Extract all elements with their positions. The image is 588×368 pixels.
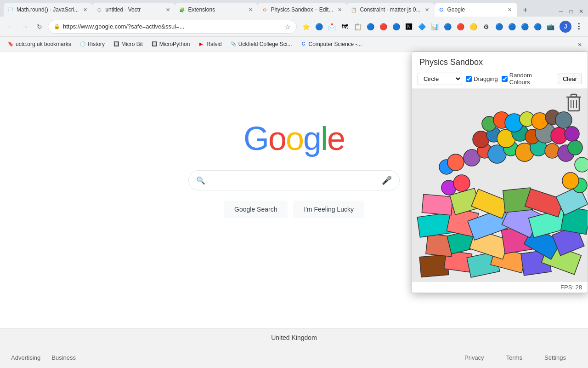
random-colours-checkbox[interactable] <box>502 76 508 82</box>
toolbar-icon-12[interactable]: 🔵 <box>442 21 453 32</box>
tab-favicon-3: 🧩 <box>179 6 185 13</box>
address-bar: ← → ↻ 🔒 https://www.google.com/?safe=act… <box>0 17 588 37</box>
forward-button[interactable]: → <box>18 20 31 33</box>
bookmarks-bar: 🔖 uctc.org.uk bookmarks 🕐 History 🔲 Micr… <box>0 37 588 52</box>
toolbar-icon-1[interactable]: ⭐ <box>300 21 311 32</box>
search-bar[interactable]: 🔍 🎤 <box>188 170 400 190</box>
im-feeling-lucky-button[interactable]: I'm Feeling Lucky <box>293 201 364 218</box>
bookmark-microbit[interactable]: 🔲 Micro Bit <box>109 40 147 48</box>
toolbar-icon-17[interactable]: 🔵 <box>506 21 517 32</box>
toolbar-icon-7[interactable]: 🔴 <box>378 21 389 32</box>
tab-close-6[interactable]: ✕ <box>506 6 514 13</box>
tab-title-4: Physics Sandbox – Edit... <box>271 6 333 13</box>
footer-settings[interactable]: Settings <box>544 354 566 361</box>
tab-math-round[interactable]: 📄 Math.round() - JavaScri... ✕ <box>4 3 92 17</box>
main-content: About Store ⊞ J G o o g l e 🔍 <box>0 52 588 368</box>
url-bar[interactable]: 🔒 https://www.google.com/?safe=active&ss… <box>48 20 297 34</box>
bookmark-favicon-uckfield: 📎 <box>230 41 237 47</box>
cast-icon[interactable]: 📺 <box>545 21 556 32</box>
dragging-checkbox-group[interactable]: Dragging <box>466 75 498 82</box>
tab-title-1: Math.round() - JavaScri... <box>17 6 79 13</box>
search-input[interactable] <box>210 171 377 190</box>
trash-icon[interactable] <box>565 92 582 115</box>
toolbar-icon-9[interactable]: 🅽 <box>403 21 414 32</box>
menu-button[interactable]: ⋮ <box>573 21 584 32</box>
tab-extensions[interactable]: 🧩 Extensions ✕ <box>175 3 258 17</box>
physics-shapes-svg <box>412 89 588 282</box>
bookmark-cs[interactable]: G Computer Science -... <box>297 40 366 48</box>
tab-close-5[interactable]: ✕ <box>424 6 431 13</box>
maximize-button[interactable]: □ <box>568 8 574 15</box>
footer-business[interactable]: Business <box>51 354 76 361</box>
bookmark-favicon-ralvid: ▶ <box>198 41 204 47</box>
toolbar-icon-10[interactable]: 🔷 <box>416 21 427 32</box>
title-bar: 📄 Math.round() - JavaScri... ✕ ⬡ untitle… <box>0 0 588 17</box>
footer-links: Advertising Business Privacy Terms Setti… <box>0 347 588 368</box>
bookmark-ralvid[interactable]: ▶ Ralvid <box>194 40 225 48</box>
tab-close-2[interactable]: ✕ <box>164 6 171 13</box>
new-tab-button[interactable]: + <box>519 4 532 17</box>
refresh-button[interactable]: ↻ <box>33 20 46 33</box>
logo-e: e <box>327 120 345 157</box>
toolbar-icon-19[interactable]: 🔵 <box>532 21 543 32</box>
tab-close-4[interactable]: ✕ <box>336 6 343 13</box>
footer-advertising[interactable]: Advertising <box>11 354 40 361</box>
toolbar-icon-14[interactable]: 🟡 <box>468 21 479 32</box>
toolbar-icon-6[interactable]: 🔵 <box>365 21 376 32</box>
bookmarks-overflow-button[interactable]: » <box>575 40 584 49</box>
toolbar-icon-16[interactable]: 🔵 <box>493 21 504 32</box>
back-button[interactable]: ← <box>4 20 17 33</box>
tab-close-3[interactable]: ✕ <box>247 6 254 13</box>
microphone-icon[interactable]: 🎤 <box>382 175 392 185</box>
tab-close-1[interactable]: ✕ <box>81 6 89 13</box>
toolbar-icon-8[interactable]: 🔵 <box>390 21 401 32</box>
tab-title-2: untitled - Vectr <box>105 6 161 13</box>
toolbar-icon-11[interactable]: 📊 <box>429 21 440 32</box>
footer-terms[interactable]: Terms <box>506 354 522 361</box>
tab-google[interactable]: G Google ✕ <box>435 3 517 17</box>
search-buttons: Google Search I'm Feeling Lucky <box>224 201 364 218</box>
bookmark-label-uckfield: Uckfield College Sci... <box>238 41 292 47</box>
toolbar-icon-15[interactable]: ⚙ <box>481 21 492 32</box>
logo-o2: o <box>286 120 303 157</box>
svg-point-57 <box>562 172 579 189</box>
toolbar-icon-2[interactable]: 🔵 <box>313 21 324 32</box>
profile-avatar[interactable]: J <box>560 21 571 33</box>
svg-point-12 <box>545 144 560 158</box>
toolbar-icon-4[interactable]: 🗺 <box>339 21 350 32</box>
footer-privacy[interactable]: Privacy <box>464 354 484 361</box>
google-search-button[interactable]: Google Search <box>224 201 288 218</box>
bookmark-label-microbit: Micro Bit <box>121 41 143 47</box>
logo-g: G <box>243 120 268 157</box>
bookmark-star-icon[interactable]: ☆ <box>285 23 291 30</box>
physics-sandbox-title: Physics Sandbox <box>412 52 588 69</box>
toolbar-icon-3[interactable]: 📩 <box>326 21 337 32</box>
dragging-checkbox[interactable] <box>466 76 472 82</box>
close-button[interactable]: ✕ <box>578 8 584 15</box>
tab-title-5: Constraint - matter-js 0... <box>360 6 420 13</box>
physics-canvas[interactable] <box>412 89 588 282</box>
tab-physics-sandbox[interactable]: ⚙ Physics Sandbox – Edit... ✕ <box>258 3 347 17</box>
bookmark-label-uctc: uctc.org.uk bookmarks <box>16 41 71 47</box>
svg-point-55 <box>453 175 470 191</box>
physics-controls: Circle Rectangle Triangle Dragging Rando… <box>412 69 588 89</box>
footer-country: United Kingdom <box>0 328 588 347</box>
search-icon: 🔍 <box>196 176 205 185</box>
bookmark-history[interactable]: 🕐 History <box>76 40 108 48</box>
bookmark-micropython[interactable]: 🔲 MicroPython <box>147 40 194 48</box>
tab-favicon-2: ⬡ <box>96 6 102 13</box>
tab-constraint[interactable]: 📋 Constraint - matter-js 0... ✕ <box>347 3 434 17</box>
toolbar-icon-13[interactable]: 🔴 <box>455 21 466 32</box>
random-colours-checkbox-group[interactable]: Random Colours <box>502 72 554 86</box>
minimize-button[interactable]: ─ <box>558 8 564 15</box>
shape-selector[interactable]: Circle Rectangle Triangle <box>418 73 462 85</box>
toolbar-icon-18[interactable]: 🔵 <box>519 21 530 32</box>
bookmark-favicon-microbit: 🔲 <box>113 41 119 47</box>
bookmark-uctc[interactable]: 🔖 uctc.org.uk bookmarks <box>4 40 75 48</box>
bookmark-favicon-cs: G <box>300 41 307 47</box>
bookmark-uckfield[interactable]: 📎 Uckfield College Sci... <box>226 40 296 48</box>
logo-g2: g <box>303 120 321 157</box>
clear-button[interactable]: Clear <box>558 74 582 84</box>
toolbar-icon-5[interactable]: 📋 <box>352 21 363 32</box>
tab-vectr[interactable]: ⬡ untitled - Vectr ✕ <box>92 3 175 17</box>
